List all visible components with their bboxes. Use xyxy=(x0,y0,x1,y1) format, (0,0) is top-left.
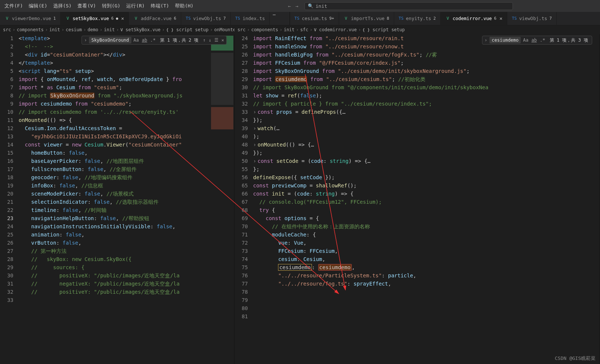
code-line[interactable]: defineExpose({ setCode }); xyxy=(253,173,600,181)
code-line[interactable]: // 第一种方法 xyxy=(19,247,210,255)
code-line[interactable]: cesium: Cesium, xyxy=(253,255,600,263)
close-icon[interactable]: ✕ xyxy=(221,38,225,43)
crumb-segment[interactable]: init xyxy=(49,27,60,32)
command-center[interactable]: 🔍 init xyxy=(304,2,513,10)
find-widget-right[interactable]: › cesiumdemo Aa ab .* 第 1 项，共 3 项 xyxy=(482,36,592,45)
code-line[interactable]: navigationInstructionsInitiallyVisible: … xyxy=(19,222,210,231)
menu-item[interactable]: 编辑(E) xyxy=(26,3,50,9)
breadcrumb-left[interactable]: src›components›init›cesium›demo›init›V s… xyxy=(0,25,234,34)
code-line[interactable]: ›const props = defineProps({… xyxy=(253,108,600,116)
find-widget-left[interactable]: › SkyBoxOnGround Aa ab .* 第 1 项，共 2 项 ↑ … xyxy=(82,36,227,45)
code-line[interactable]: try { xyxy=(253,206,600,214)
code-lines-left[interactable]: <template> <!-- --> <div id="cesiumConta… xyxy=(19,34,210,364)
code-line[interactable]: }; xyxy=(253,165,600,173)
code-line[interactable]: selectionIndicator: false, //选取指示器组件 xyxy=(19,198,210,206)
crumb-segment[interactable]: components xyxy=(251,27,278,32)
crumb-segment[interactable]: init xyxy=(104,27,115,32)
code-line[interactable]: ); xyxy=(253,132,600,141)
code-line[interactable]: import * as Cesium from "cesium"; xyxy=(19,83,210,91)
code-line[interactable]: 💡 navigationHelpButton: false, //帮助按钮 xyxy=(19,214,210,222)
code-line[interactable]: // positiveY: "/public/images/近地天空盒/la xyxy=(19,288,210,296)
tab[interactable]: TSindex.ts xyxy=(231,12,270,25)
find-input[interactable]: SkyBoxOnGround xyxy=(89,37,131,44)
close-icon[interactable]: ✕ xyxy=(121,16,124,21)
code-line[interactable]: const viewer = new Cesium.Viewer("cesium… xyxy=(19,141,210,149)
code-lines-right[interactable]: import RainEffect from "../cesium/resour… xyxy=(253,34,600,364)
tab[interactable]: VviewerDemo.vue 1 xyxy=(0,12,61,25)
menu-item[interactable]: 终端(T) xyxy=(148,3,172,9)
code-line[interactable]: import SkyBoxOnGround from "../cesium/de… xyxy=(253,67,600,75)
code-line[interactable]: geocoder: false, //地理编码搜索组件 xyxy=(19,173,210,181)
code-line[interactable]: fullscreenButton: false, //全屏组件 xyxy=(19,165,210,173)
code-line[interactable]: <script lang="ts" setup> xyxy=(19,67,210,75)
nav-arrows[interactable]: ← → xyxy=(288,3,299,9)
code-line[interactable]: "eyJhbGciOiJIUzI1NiIsInR5cCI6IkpXVCJ9.ey… xyxy=(19,132,210,141)
code-line[interactable]: cesiumdemo: cesiumdemo, xyxy=(253,263,600,271)
tab[interactable]: TSviewObj.ts 7 xyxy=(181,12,231,25)
crumb-segment[interactable]: init xyxy=(284,27,294,32)
code-line[interactable]: const options = { xyxy=(253,214,600,222)
crumb-segment[interactable]: src xyxy=(237,27,246,32)
code-line[interactable]: // import SkyBoxOnGround from "@/compone… xyxy=(253,83,600,91)
crumb-segment[interactable]: src xyxy=(3,27,11,32)
code-line[interactable]: import cesiumdemo from "cesiumdemo"; xyxy=(19,100,210,108)
code-line[interactable]: // import cesiumdemo from '../../resoure… xyxy=(19,108,210,116)
code-line[interactable]: import cesiumdemo from "../cesium/cesium… xyxy=(253,75,600,83)
code-line[interactable]: import FFCesium from "@/FFCesium/core/in… xyxy=(253,59,600,67)
code-line[interactable]: baseLayerPicker: false, //地图图层组件 xyxy=(19,157,210,165)
code-line[interactable]: // console.log("FFCesium12", FFCesium); xyxy=(253,198,600,206)
find-input[interactable]: cesiumdemo xyxy=(489,37,521,44)
code-line[interactable]: <div id="cesiumContainer"></div> xyxy=(19,51,210,59)
chevron-right-icon[interactable]: › xyxy=(83,38,87,43)
tab[interactable]: VsetSkyBox.vue 6 ● ✕ xyxy=(61,12,129,25)
code-line[interactable]: }); xyxy=(253,149,600,157)
code-line[interactable]: animation: false, xyxy=(19,231,210,239)
menu-item[interactable]: 帮助(H) xyxy=(172,3,196,9)
code-line[interactable]: vue: Vue, xyxy=(253,239,600,247)
menu-item[interactable]: 转到(G) xyxy=(99,3,123,9)
code-line[interactable]: // 在组件中使用的名称：上面资源的名称 xyxy=(253,222,600,231)
whole-word-icon[interactable]: ab xyxy=(531,38,537,43)
tab[interactable]: TSviewObj.ts 7 xyxy=(507,12,557,25)
code-line[interactable]: timeline: false, //时间轴 xyxy=(19,206,210,214)
minimap-left[interactable] xyxy=(210,34,234,364)
tab[interactable]: VaddFace.vue 6 xyxy=(129,12,181,25)
crumb-segment[interactable]: sfc xyxy=(300,27,309,32)
code-line[interactable]: "../../resoure/fog.ts": sprayEffect, xyxy=(253,280,600,288)
crumb-segment[interactable]: V setSkyBox.vue xyxy=(120,27,160,32)
code-line[interactable]: infoBox: false, //信息框 xyxy=(19,181,210,190)
crumb-segment[interactable]: V codemirror.vue xyxy=(314,27,357,32)
tabs-overflow-left[interactable]: ⋯ xyxy=(270,12,279,25)
tab[interactable]: Vcodemirror.vue 6 ✕ xyxy=(441,12,507,25)
find-selection-icon[interactable]: ☰ xyxy=(214,38,219,43)
menu-item[interactable]: 运行(R) xyxy=(123,3,147,9)
menu-item[interactable]: 文件(F) xyxy=(1,3,26,9)
code-line[interactable]: // skyBox: new Cesium.SkyBox({ xyxy=(19,255,210,263)
code-line[interactable]: let show = ref(false); xyxy=(253,91,600,100)
crumb-segment[interactable]: components xyxy=(17,27,44,32)
editor-left[interactable]: › SkyBoxOnGround Aa ab .* 第 1 项，共 2 项 ↑ … xyxy=(0,34,234,364)
code-line[interactable]: moduleCache: { xyxy=(253,231,600,239)
editor-right[interactable]: › cesiumdemo Aa ab .* 第 1 项，共 3 项 242526… xyxy=(234,34,600,364)
crumb-segment[interactable]: cesium xyxy=(66,27,82,32)
code-line[interactable]: // positiveX: "/public/images/近地天空盒/la xyxy=(19,271,210,280)
close-icon[interactable]: ✕ xyxy=(500,16,502,21)
code-line[interactable]: }); xyxy=(253,116,600,124)
regex-icon[interactable]: .* xyxy=(539,38,546,43)
code-line[interactable]: import { onMounted, ref, watch, onBefore… xyxy=(19,75,210,83)
code-line[interactable]: ›onMounted(() => {… xyxy=(253,141,600,149)
code-line[interactable]: // import { particle } from "../cesium/r… xyxy=(253,100,600,108)
code-line[interactable]: vrButton: false, xyxy=(19,239,210,247)
code-line[interactable]: onMounted(() => { xyxy=(19,116,210,124)
code-line[interactable]: const init = (code: string) => { xyxy=(253,190,600,198)
forward-icon[interactable]: → xyxy=(296,3,299,9)
back-icon[interactable]: ← xyxy=(288,3,291,9)
crumb-segment[interactable]: onMounted() callback xyxy=(214,27,234,32)
code-line[interactable]: FFCesium: FFCesium, xyxy=(253,247,600,255)
menu-item[interactable]: 选择(S) xyxy=(50,3,74,9)
crumb-segment[interactable]: { } script setup xyxy=(363,27,405,32)
chevron-right-icon[interactable]: › xyxy=(484,38,488,43)
whole-word-icon[interactable]: ab xyxy=(141,38,148,43)
crumb-segment[interactable]: demo xyxy=(87,27,98,32)
code-line[interactable]: import handleBigFog from "../cesium/reso… xyxy=(253,51,600,59)
